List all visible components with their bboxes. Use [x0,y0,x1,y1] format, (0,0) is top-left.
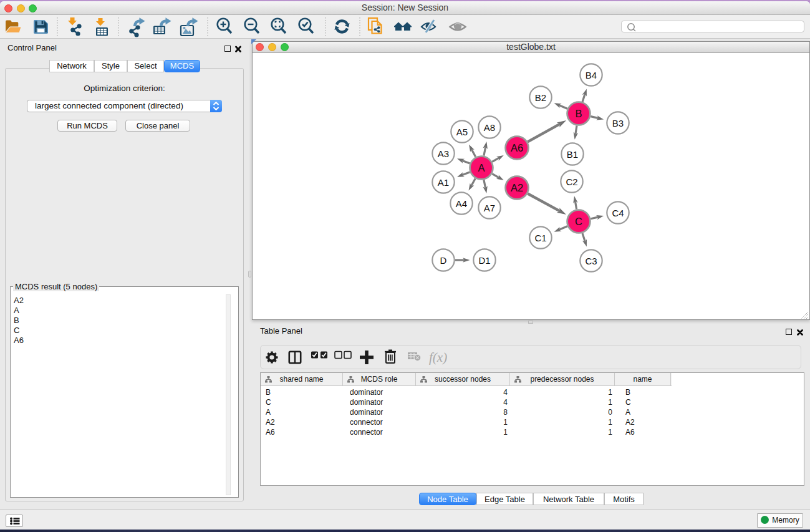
svg-text:C1: C1 [534,233,546,243]
svg-text:A6: A6 [511,142,523,153]
svg-text:A4: A4 [456,198,467,209]
svg-text:A5: A5 [456,127,468,137]
svg-text:A1: A1 [438,177,449,188]
svg-text:C2: C2 [566,177,577,187]
svg-text:A8: A8 [484,122,495,133]
svg-text:A2: A2 [511,182,523,193]
svg-text:A7: A7 [484,203,495,213]
svg-text:D: D [440,255,447,266]
svg-text:B3: B3 [612,118,624,128]
svg-text:D1: D1 [478,255,490,266]
svg-text:A: A [478,162,485,173]
svg-text:B2: B2 [535,92,546,103]
svg-text:B: B [575,108,582,119]
svg-text:C4: C4 [612,208,624,218]
svg-text:f(x): f(x) [429,350,447,365]
svg-text:B1: B1 [567,149,578,160]
svg-text:A3: A3 [438,148,449,159]
svg-text:C: C [575,216,582,227]
svg-text:B4: B4 [586,70,597,80]
svg-text:C3: C3 [585,256,597,266]
